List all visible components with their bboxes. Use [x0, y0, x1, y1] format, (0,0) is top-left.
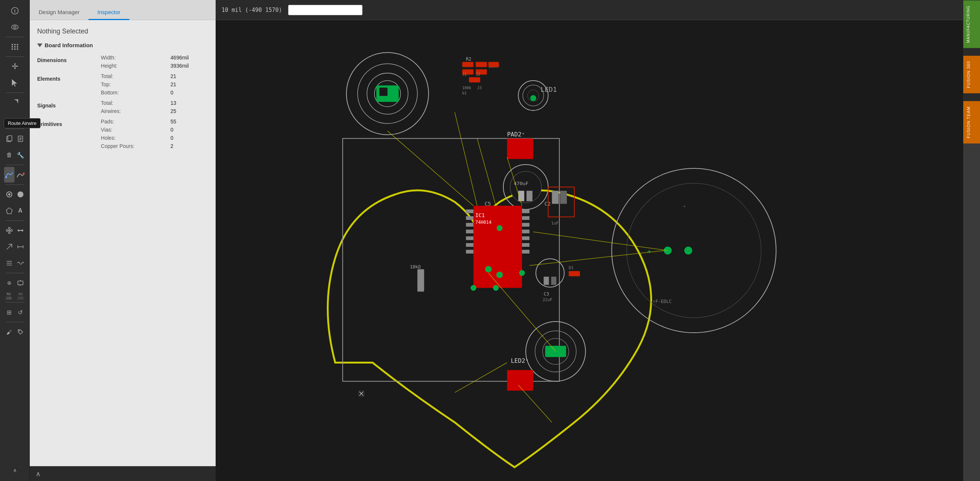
svg-point-114	[684, 247, 692, 254]
text-button[interactable]: A	[15, 203, 25, 219]
vias-value: 0	[171, 125, 208, 134]
svg-rect-123	[569, 271, 580, 276]
route-options-button[interactable]	[15, 167, 25, 183]
svg-text:LED2⁺: LED2⁺	[511, 357, 529, 364]
circle-outline-button[interactable]	[4, 187, 14, 202]
grid-button[interactable]	[5, 39, 25, 55]
separator-2	[6, 57, 24, 57]
height-value: 3936mil	[171, 62, 208, 70]
svg-rect-92	[466, 216, 473, 220]
expand-panel-icon[interactable]: ∧	[36, 470, 41, 478]
svg-point-3	[14, 26, 16, 28]
arrow-button[interactable]	[4, 239, 14, 255]
signals-total-label: Total:	[95, 99, 170, 107]
wire-button[interactable]	[15, 223, 25, 238]
board-info-table: Dimensions Width: 4696mil Height: 3936mi…	[37, 54, 208, 150]
paste-button[interactable]	[15, 131, 25, 146]
delete-button[interactable]: 🗑	[4, 147, 14, 163]
rotate-button[interactable]	[5, 95, 25, 110]
refresh-button[interactable]: ↺	[15, 305, 25, 320]
svg-point-29	[8, 227, 10, 229]
svg-rect-86	[560, 191, 567, 204]
copy-button[interactable]	[4, 131, 14, 146]
table-row: Dimensions Width: 4696mil	[37, 54, 208, 62]
svg-rect-119	[544, 276, 549, 285]
svg-point-30	[10, 230, 12, 232]
svg-rect-64	[476, 62, 487, 67]
svg-rect-22	[5, 176, 7, 178]
route-airwire-button[interactable]	[4, 167, 14, 183]
svg-rect-74	[488, 62, 499, 67]
svg-point-11	[14, 48, 16, 50]
svg-marker-27	[6, 208, 12, 214]
polygon-button[interactable]	[4, 203, 14, 219]
filled-circle-button[interactable]	[15, 187, 25, 202]
measure-button[interactable]	[15, 239, 25, 255]
tab-design-manager[interactable]: Design Manager	[30, 5, 89, 20]
svg-rect-100	[522, 223, 530, 227]
svg-rect-85	[552, 191, 559, 204]
height-label: Height:	[95, 62, 170, 70]
settings-button[interactable]: 🔧	[15, 147, 25, 163]
board-info-header: Board Information	[37, 42, 208, 48]
collapse-triangle-icon[interactable]	[37, 43, 42, 47]
inspector-bottom-bar: ∧	[30, 466, 216, 481]
svg-point-142	[497, 225, 502, 231]
add-component-button[interactable]: ⊞	[4, 305, 14, 320]
top-value: 21	[171, 80, 208, 89]
info-button[interactable]: i	[5, 3, 25, 19]
svg-point-31	[8, 232, 10, 234]
select-move-button[interactable]: ✛	[5, 59, 25, 75]
snap-button[interactable]	[15, 275, 25, 291]
tab-inspector[interactable]: Inspector	[89, 5, 129, 20]
svg-rect-56	[379, 88, 387, 96]
bottom-value: 0	[171, 89, 208, 97]
airwires-value: 25	[171, 107, 208, 115]
tag-button[interactable]	[15, 324, 25, 340]
svg-point-26	[18, 191, 24, 197]
tooltip-route-airwire: Route Airwire	[4, 118, 41, 128]
svg-rect-101	[522, 230, 530, 233]
width-value: 4696mil	[171, 54, 208, 62]
tab-fusion360[interactable]: FUSION 360	[963, 56, 980, 93]
expand-button[interactable]: ∧	[5, 462, 25, 478]
svg-rect-120	[551, 276, 556, 285]
svg-point-143	[519, 270, 525, 275]
status-bar: 10 mil (-490 1570)	[216, 0, 963, 20]
svg-marker-13	[12, 79, 17, 87]
svg-point-12	[17, 48, 18, 50]
svg-point-25	[8, 193, 10, 195]
svg-text:74H014: 74H014	[475, 220, 492, 225]
svg-text:R2: R2	[466, 57, 471, 62]
paint-button[interactable]: 🖌	[4, 324, 14, 340]
svg-point-28	[6, 230, 8, 232]
svg-point-9	[17, 46, 18, 48]
wave-button[interactable]	[15, 256, 25, 271]
component-button[interactable]: ⊕	[4, 275, 14, 291]
top-label: Top:	[95, 80, 170, 89]
svg-point-145	[493, 285, 498, 290]
separator-10	[6, 322, 24, 322]
svg-rect-96	[466, 243, 473, 247]
align-button[interactable]	[4, 256, 14, 271]
nothing-selected-label: Nothing Selected	[37, 27, 208, 35]
svg-point-129	[556, 348, 563, 355]
svg-point-8	[14, 46, 16, 48]
svg-rect-76	[507, 139, 533, 159]
svg-text:PAD2⁺: PAD2⁺	[507, 131, 525, 138]
search-input[interactable]	[288, 5, 363, 15]
svg-rect-97	[466, 250, 473, 254]
canvas-area: 10 mil (-490 1570) LED1	[216, 0, 963, 481]
net-button[interactable]	[4, 223, 14, 238]
total-elements-value: 21	[171, 72, 208, 80]
svg-text:J2: J2	[476, 73, 480, 76]
tab-fusion-team[interactable]: FUSION TEAM	[963, 101, 980, 143]
svg-text:J3: J3	[477, 86, 482, 90]
svg-point-144	[471, 285, 476, 290]
cursor-button[interactable]	[5, 75, 25, 91]
visibility-button[interactable]	[5, 19, 25, 35]
board-info-label: Board Information	[45, 42, 93, 48]
elements-label: Elements	[37, 72, 95, 97]
pcb-canvas[interactable]: LED1 R2 J1 J2 100k b1 J3	[216, 20, 963, 481]
tab-manufacturing[interactable]: MANUFACTURING	[963, 0, 980, 48]
